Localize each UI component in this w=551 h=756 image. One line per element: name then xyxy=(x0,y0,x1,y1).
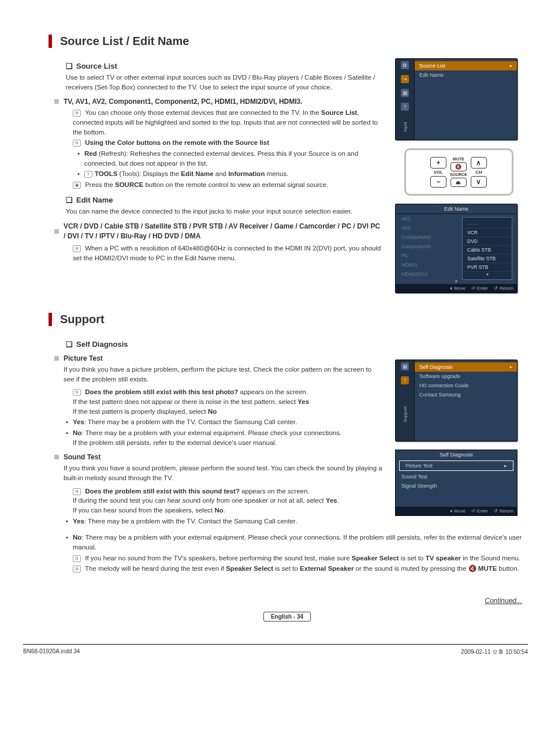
no-label2: No xyxy=(73,534,81,541)
note-icon: N xyxy=(73,110,81,117)
sound-sub1a: If during the sound test you can hear so… xyxy=(73,497,326,504)
picture-no: No: There may be a problem with your ext… xyxy=(65,428,384,447)
chevron-right-icon: ▸ xyxy=(510,63,512,68)
page-number: English - 34 xyxy=(263,612,311,622)
yes-label: Yes xyxy=(73,418,84,425)
popup-item-cablestb[interactable]: Cable STB xyxy=(463,246,512,255)
square-bullet-icon xyxy=(54,455,59,459)
note-icon: N xyxy=(73,140,81,147)
mute-icon: 🔇 xyxy=(468,565,478,572)
pic-sub1b: Yes xyxy=(297,398,309,405)
print-timestamp: 2009-02-11 오후 10:50:54 xyxy=(461,648,528,656)
page-footer: English - 34 xyxy=(52,611,522,621)
osd-item-label: Source List xyxy=(419,63,445,69)
spk-a: If you hear no sound from the TV's speak… xyxy=(85,555,352,562)
vol-up-button[interactable]: + xyxy=(430,157,446,169)
osd-input-menu: ✿ ⇥ ▦ ? Input Source List ▸ Edit Name xyxy=(395,58,518,140)
ch-label: CH xyxy=(475,170,482,175)
remote-button-icon: ▣ xyxy=(73,182,81,189)
pic-q-after: appears on the screen. xyxy=(238,388,308,395)
pic-sub2a: If the test pattern is properly displaye… xyxy=(73,408,208,415)
popup-item-dvd[interactable]: DVD xyxy=(463,237,512,246)
bookmark-icon: ❏ xyxy=(66,340,73,349)
sound-q-after: appears on the screen. xyxy=(240,488,310,495)
mute-icon: 🔇 xyxy=(455,164,461,170)
footer-enter: ⏎ Enter xyxy=(471,286,488,291)
picture-test-heading: Picture Test xyxy=(54,354,384,362)
sound-test-heading: Sound Test xyxy=(54,453,384,461)
inputs-heading-text: TV, AV1, AV2, Component1, Component2, PC… xyxy=(64,98,303,106)
popup-item-dash[interactable]: ---- xyxy=(463,220,512,229)
pic-sub1a: If the test pattern does not appear or t… xyxy=(73,398,297,405)
osd-item-label: Edit Name xyxy=(419,72,444,78)
device-list-heading: VCR / DVD / Cable STB / Satellite STB / … xyxy=(54,222,384,241)
edit-name-heading: ❏ Edit Name xyxy=(66,196,384,204)
osd-item-hd-guide[interactable]: HD connection Guide xyxy=(415,381,517,390)
osd-item-edit-name[interactable]: Edit Name xyxy=(415,70,517,80)
osd-item-contact[interactable]: Contact Samsung xyxy=(415,390,517,399)
vol-down-button[interactable]: − xyxy=(430,176,446,188)
press-a: Press the xyxy=(85,181,115,188)
osd-support-menu: ▦ ? Support Self Diagnosis ▸ Software up… xyxy=(395,360,518,441)
note1a: You can choose only those external devic… xyxy=(85,109,321,116)
tools-b2: Information xyxy=(228,170,265,177)
source-button[interactable]: ⏏ xyxy=(451,178,467,187)
note-icon: N xyxy=(73,389,81,396)
popup-item-satstb[interactable]: Satellite STB xyxy=(463,255,512,263)
chevron-down-icon: ▾ xyxy=(463,272,512,277)
device-list-text: VCR / DVD / Cable STB / Satellite STB / … xyxy=(64,222,384,241)
pic-sub2b: No xyxy=(208,408,217,415)
picture-test-desc: If you think you have a picture problem,… xyxy=(64,365,384,384)
section-title-support: Support xyxy=(49,313,522,326)
app-icon: ▦ xyxy=(401,362,409,370)
tools-item: TTOOLS (Tools): Displays the Edit Name a… xyxy=(76,169,384,179)
picture-test-text: Picture Test xyxy=(64,354,103,362)
source-label: SOURCE xyxy=(450,173,467,177)
edit-name-popup: ---- VCR DVD Cable STB Satellite STB PVR… xyxy=(462,217,512,280)
mute-button[interactable]: 🔇 xyxy=(451,162,467,171)
popup-item-vcr[interactable]: VCR xyxy=(463,229,512,237)
edit-name-desc: You can name the device connected to the… xyxy=(66,207,384,216)
tools-b1: Edit Name xyxy=(181,170,213,177)
footer-move: ♦ Move xyxy=(450,286,466,291)
mute-label: MUTE xyxy=(453,157,464,161)
diag-row-signal[interactable]: Signal Strength xyxy=(396,481,517,491)
ch-up-button[interactable]: ∧ xyxy=(471,157,487,169)
sound-sub2c: . xyxy=(224,507,225,514)
osd-item-source-list[interactable]: Source List ▸ xyxy=(415,61,517,70)
pic-q: Does the problem still exist with this t… xyxy=(85,388,238,395)
pic-yes-text: : There may be a problem with the TV. Co… xyxy=(84,418,297,425)
help-icon: ? xyxy=(401,376,409,384)
mel-b: Speaker Select xyxy=(226,565,273,572)
osd-title: Edit Name xyxy=(396,204,517,214)
note-icon: N xyxy=(73,245,81,252)
ch-down-button[interactable]: ∨ xyxy=(471,176,487,188)
help-icon: ? xyxy=(401,103,409,111)
source-list-heading: ❏ Source List xyxy=(66,62,384,70)
osd-item-label: HD connection Guide xyxy=(419,383,469,388)
pc-note-text: When a PC with a resolution of 640x480@6… xyxy=(73,245,381,261)
self-diagnosis-heading: ❏ Self Diagnosis xyxy=(66,340,384,349)
mel-c: is set to xyxy=(273,565,300,572)
mel-g: button. xyxy=(497,565,519,572)
press-c: button on the remote control to view an … xyxy=(143,181,328,188)
popup-item-pvrstb[interactable]: PVR STB xyxy=(463,263,512,272)
diag-row-picture[interactable]: Picture Test ▸ xyxy=(399,461,513,471)
osd-edit-name-menu: Edit Name AV1 AV2 Component1 Component2 … xyxy=(395,204,518,293)
osd-side-label: Support xyxy=(403,406,408,422)
mel-e: or the sound is muted by pressing the xyxy=(353,565,468,572)
osd-item-sw-upgrade[interactable]: Software upgrade xyxy=(415,372,517,381)
sound-test-text: Sound Test xyxy=(64,453,100,461)
yes-label2: Yes xyxy=(73,518,84,525)
osd-item-self-diag[interactable]: Self Diagnosis ▸ xyxy=(415,362,517,372)
no-label: No xyxy=(73,429,81,436)
square-bullet-icon xyxy=(54,356,59,361)
pic-no2-text: If the problem still persists, refer to … xyxy=(73,439,277,446)
diag-row-sound[interactable]: Sound Test xyxy=(396,472,517,481)
tools-remote-icon: T xyxy=(84,171,92,178)
osd-item-label: Software upgrade xyxy=(419,373,460,379)
osd-footer: ♦ Move ⏎ Enter ↺ Return xyxy=(396,284,517,293)
input-icon: ⇥ xyxy=(401,75,409,83)
source-icon: ⏏ xyxy=(456,179,461,185)
chevron-right-icon: ▸ xyxy=(504,463,507,469)
